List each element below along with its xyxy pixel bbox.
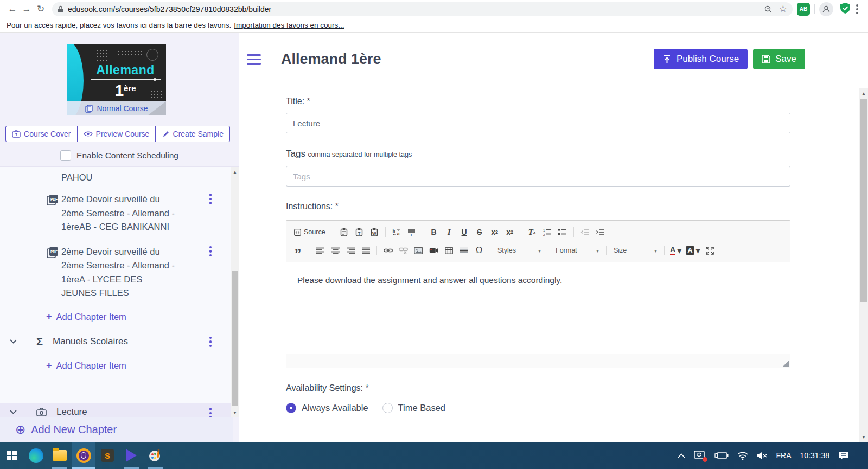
bookmark-star-icon[interactable]: ☆ bbox=[779, 3, 787, 15]
profile-avatar[interactable] bbox=[819, 2, 833, 16]
chapter-menu-icon[interactable] bbox=[209, 408, 212, 417]
chevron-down-icon[interactable] bbox=[10, 410, 17, 414]
infobar-link[interactable]: Importation des favoris en cours... bbox=[234, 21, 344, 29]
main-scrollbar[interactable]: ▲ ▼ bbox=[859, 88, 868, 442]
chapter-item[interactable]: PDF 2ème Devoir surveillé du 2ème Semest… bbox=[0, 237, 231, 304]
course-cover-image[interactable]: Allemand 1ère Normal C bbox=[67, 44, 166, 115]
paste-button[interactable] bbox=[337, 225, 351, 239]
editor-content[interactable]: Please download the assignment and answe… bbox=[286, 262, 790, 354]
item-menu-icon[interactable] bbox=[209, 194, 212, 204]
chapter-item-title: 2ème Devoir surveillé du 2ème Semestre -… bbox=[61, 245, 176, 300]
remove-format-button[interactable]: Tx bbox=[525, 225, 539, 239]
maximize-button[interactable] bbox=[703, 243, 717, 258]
radio-always-available[interactable]: Always Available bbox=[286, 403, 368, 413]
browser-menu-icon[interactable] bbox=[852, 2, 863, 16]
superscript-button[interactable]: x2 bbox=[503, 225, 517, 239]
indent-button[interactable] bbox=[593, 225, 607, 239]
bold-button[interactable]: B bbox=[427, 225, 441, 239]
enable-scheduling-checkbox[interactable] bbox=[60, 150, 71, 161]
replace-button[interactable]: ba bbox=[390, 225, 404, 239]
video-button[interactable] bbox=[426, 243, 441, 258]
volume-muted-icon[interactable] bbox=[757, 452, 768, 460]
forward-icon[interactable]: → bbox=[20, 2, 34, 16]
align-justify-button[interactable] bbox=[359, 243, 373, 258]
show-desktop-divider[interactable] bbox=[860, 442, 860, 469]
align-right-button[interactable] bbox=[343, 243, 358, 258]
sidebar-scroll-thumb[interactable] bbox=[232, 271, 238, 406]
chapter-row-partial[interactable]: Lecture bbox=[0, 403, 231, 417]
bg-color-button[interactable]: A▾ bbox=[684, 243, 701, 258]
underline-button[interactable]: U bbox=[457, 225, 471, 239]
format-dropdown[interactable]: Format▾ bbox=[552, 244, 602, 257]
language-indicator[interactable]: FRA bbox=[776, 451, 792, 460]
link-button[interactable] bbox=[381, 243, 395, 258]
security-shield-icon[interactable] bbox=[839, 2, 852, 17]
scroll-up-icon[interactable]: ▲ bbox=[231, 168, 239, 176]
address-bar[interactable]: edusook.com/s/courses/5fb273850cf297810d… bbox=[52, 2, 793, 16]
save-button[interactable]: Save bbox=[753, 49, 805, 69]
source-button[interactable]: Source bbox=[291, 225, 329, 239]
cover-wedge bbox=[148, 101, 166, 115]
main-scroll-thumb[interactable] bbox=[860, 99, 867, 302]
taskbar-paint-icon[interactable] bbox=[143, 442, 167, 469]
cover-actions: Course Cover Preview Course Create bbox=[5, 126, 230, 142]
size-dropdown[interactable]: Size▾ bbox=[610, 244, 660, 257]
table-button[interactable] bbox=[442, 243, 456, 258]
blockquote-button[interactable]: ” bbox=[291, 243, 305, 258]
image-button[interactable] bbox=[411, 243, 425, 258]
chapter-menu-icon[interactable] bbox=[209, 337, 212, 348]
notification-icon[interactable] bbox=[838, 451, 849, 460]
back-icon[interactable]: ← bbox=[5, 2, 20, 16]
item-menu-icon[interactable] bbox=[209, 246, 212, 257]
course-cover-button[interactable]: Course Cover bbox=[6, 126, 77, 142]
taskbar-sublime-icon[interactable]: S bbox=[95, 442, 119, 469]
strikethrough-button[interactable]: S bbox=[473, 225, 487, 239]
scroll-up-icon[interactable]: ▲ bbox=[859, 89, 868, 97]
scroll-down-icon[interactable]: ▼ bbox=[859, 433, 868, 441]
templates-button[interactable]: T bbox=[405, 225, 419, 239]
menu-toggle-icon[interactable] bbox=[247, 53, 263, 66]
numbered-list-button[interactable]: 12 bbox=[540, 225, 554, 239]
add-new-chapter-button[interactable]: ⊕ Add New Chapter bbox=[0, 417, 233, 442]
sidebar-scrollbar[interactable]: ▲ ▼ bbox=[231, 167, 239, 417]
outdent-button[interactable] bbox=[578, 225, 592, 239]
horizontal-rule-button[interactable] bbox=[457, 243, 471, 258]
extension-ab-icon[interactable]: AB bbox=[797, 3, 810, 16]
italic-button[interactable]: I bbox=[442, 225, 456, 239]
unlink-button[interactable] bbox=[396, 243, 410, 258]
taskbar-edge-icon[interactable] bbox=[24, 442, 48, 469]
align-center-button[interactable] bbox=[328, 243, 342, 258]
paste-word-button[interactable]: W bbox=[367, 225, 381, 239]
clock[interactable]: 10:31:38 bbox=[800, 451, 830, 460]
tray-chevron-icon[interactable] bbox=[678, 453, 685, 458]
bulleted-list-button[interactable] bbox=[556, 225, 570, 239]
styles-dropdown[interactable]: Styles▾ bbox=[494, 244, 544, 257]
title-input[interactable] bbox=[286, 113, 790, 133]
taskbar-browser-shield-icon[interactable] bbox=[72, 442, 95, 469]
wifi-icon[interactable] bbox=[737, 452, 748, 460]
subscript-button[interactable]: x2 bbox=[488, 225, 502, 239]
special-char-button[interactable]: Ω bbox=[472, 243, 486, 258]
radio-time-based[interactable]: Time Based bbox=[382, 403, 445, 413]
align-left-button[interactable] bbox=[313, 243, 327, 258]
taskbar-explorer-icon[interactable] bbox=[48, 442, 72, 469]
chevron-down-icon[interactable] bbox=[10, 339, 17, 344]
paste-text-button[interactable]: T bbox=[352, 225, 366, 239]
battery-icon[interactable] bbox=[714, 452, 729, 459]
start-button[interactable] bbox=[0, 442, 24, 469]
text-color-button[interactable]: A▾ bbox=[668, 243, 683, 258]
refresh-icon[interactable]: ↻ bbox=[34, 2, 48, 16]
zoom-icon[interactable] bbox=[764, 5, 773, 14]
chapter-item[interactable]: PDF 2ème Devoir surveillé du 2ème Semest… bbox=[0, 185, 231, 237]
taskbar-mediaplayer-icon[interactable] bbox=[119, 442, 143, 469]
chapter-row[interactable]: Σ Manuels Scolaires bbox=[0, 326, 231, 352]
scroll-down-icon[interactable]: ▼ bbox=[231, 409, 239, 416]
publish-course-button[interactable]: Publish Course bbox=[654, 49, 748, 69]
add-chapter-item-button[interactable]: + Add Chapter Item bbox=[0, 304, 231, 326]
resize-handle-icon[interactable] bbox=[783, 361, 789, 367]
sync-status-icon[interactable] bbox=[694, 451, 706, 460]
tags-input[interactable] bbox=[286, 166, 790, 187]
preview-course-button[interactable]: Preview Course bbox=[77, 126, 156, 142]
create-sample-button[interactable]: Create Sample bbox=[155, 126, 229, 142]
add-chapter-item-button[interactable]: + Add Chapter Item bbox=[0, 352, 231, 375]
